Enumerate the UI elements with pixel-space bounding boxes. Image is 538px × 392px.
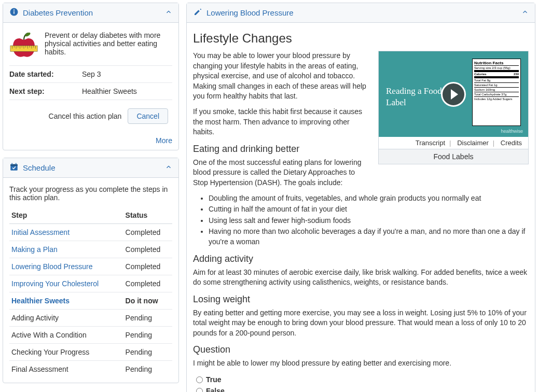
dash-bullets: Doubling the amount of fruits, vegetable… [209,193,529,247]
step-label: Checking Your Progress [11,348,89,356]
nutrition-facts-label-graphic: Nutrition Facts Serving size 2/3 cup (55… [472,59,521,126]
disclaimer-link[interactable]: Disclaimer [455,139,491,147]
answer-false-label[interactable]: False [206,387,225,392]
article-panel: Lowering Blood Pressure Lifestyle Change… [186,3,535,392]
svg-rect-21 [16,163,17,165]
step-label: Adding Activity [11,314,59,322]
article-header-title: Lowering Blood Pressure [206,8,294,17]
credits-link[interactable]: Credits [499,139,524,147]
article-title: Lifestyle Changes [193,31,529,46]
schedule-panel: Schedule Track your progress as you comp… [3,158,179,383]
step-status: Pending [123,361,172,378]
list-item: Using less salt and fewer high-sodium fo… [209,216,529,226]
svg-rect-20 [12,163,13,165]
step-status: Completed [123,241,172,258]
step-status: Pending [123,344,172,361]
step-label: Active With a Condition [11,331,87,339]
calendar-check-icon [9,162,19,173]
table-row: Lowering Blood PressureCompleted [9,258,172,275]
table-row: Healthier SweetsDo it now [9,292,172,310]
step-label[interactable]: Improving Your Cholesterol [11,279,99,288]
diabetes-prevention-title: Diabetes Prevention [23,8,93,17]
next-step-value: Healthier Sweets [82,87,137,95]
info-icon [9,7,19,18]
video-thumbnail[interactable]: Reading a Food Label Nutrition Facts Ser… [379,51,528,137]
date-started-value: Sep 3 [82,70,101,78]
video-caption: Food Labels [379,149,528,164]
article-paragraph: Aim for at least 30 minutes of aerobic e… [193,268,529,288]
cancel-plan-text: Cancel this action plan [49,112,122,120]
table-row: Initial AssessmentCompleted [9,224,172,241]
schedule-table: Step Status Initial AssessmentCompletedM… [9,207,172,377]
table-row: Checking Your ProgressPending [9,344,172,361]
video-links-row: Transcript| Disclaimer| Credits [379,137,528,149]
list-item: Doubling the amount of fruits, vegetable… [209,193,529,204]
list-item: Having no more than two alcoholic bevera… [209,227,529,247]
step-label: Final Assessment [11,365,68,373]
more-link[interactable]: More [156,136,172,145]
step-status: Pending [123,310,172,327]
heading-question: Question [193,344,529,355]
table-row: Final AssessmentPending [9,361,172,378]
chevron-up-icon [521,8,529,17]
step-status: Pending [123,327,172,344]
col-status-header: Status [123,207,172,224]
next-step-label: Next step: [9,87,82,95]
answer-true-radio[interactable] [196,376,203,383]
svg-rect-1 [13,11,15,14]
question-text: I might be able to lower my blood pressu… [193,358,529,369]
video-block: Reading a Food Label Nutrition Facts Ser… [378,51,529,164]
step-status: Completed [123,224,172,241]
article-paragraph: By eating better and getting more exerci… [193,308,529,339]
table-row: Improving Your CholesterolCompleted [9,275,172,292]
chevron-up-icon [165,163,172,172]
article-header[interactable]: Lowering Blood Pressure [187,3,535,23]
schedule-header[interactable]: Schedule [3,158,178,178]
prevention-intro-text: Prevent or delay diabetes with more phys… [45,31,172,60]
schedule-title: Schedule [23,163,56,172]
step-label[interactable]: Healthier Sweets [11,297,70,305]
svg-point-2 [13,9,15,10]
step-status: Completed [123,258,172,275]
transcript-link[interactable]: Transcript [413,139,447,147]
step-label[interactable]: Lowering Blood Pressure [11,262,92,271]
table-row: Making a PlanCompleted [9,241,172,258]
step-status: Completed [123,275,172,292]
answer-true-label[interactable]: True [206,375,222,384]
step-status: Do it now [123,292,172,310]
heading-weight: Losing weight [193,294,529,305]
chevron-up-icon [165,8,172,17]
apple-tape-icon [9,31,38,60]
table-row: Adding ActivityPending [9,310,172,327]
diabetes-prevention-header[interactable]: Diabetes Prevention [3,3,178,23]
date-started-label: Date started: [9,70,82,78]
healthwise-logo: healthwise [501,129,523,134]
list-item: Cutting in half the amount of fat in you… [209,204,529,215]
answer-false-radio[interactable] [196,388,203,392]
schedule-description: Track your progress as you complete the … [9,183,172,207]
col-step-header: Step [9,207,123,224]
svg-rect-19 [10,164,18,166]
cancel-button[interactable]: Cancel [128,108,168,124]
step-label[interactable]: Initial Assessment [11,228,70,236]
play-button-icon[interactable] [441,82,466,107]
edit-icon [193,7,202,18]
heading-activity: Adding activity [193,254,529,264]
step-label[interactable]: Making a Plan [11,245,58,254]
diabetes-prevention-panel: Diabetes Prevention [3,3,179,150]
table-row: Active With a ConditionPending [9,327,172,344]
